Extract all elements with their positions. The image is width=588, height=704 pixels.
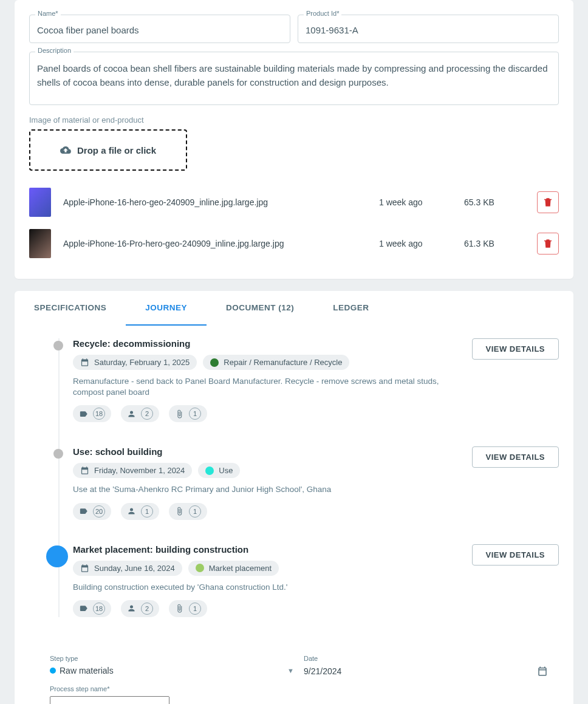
name-label: Name*	[35, 10, 61, 17]
timeline-date-chip: Saturday, February 1, 2025	[73, 355, 197, 370]
calendar-icon	[537, 666, 548, 677]
journey-card: SPECIFICATIONS JOURNEY DOCUMENT (12) LED…	[15, 291, 573, 704]
file-size: 65.3 KB	[464, 197, 525, 207]
view-details-button[interactable]: VIEW DETAILS	[472, 338, 559, 360]
date-label: Date	[304, 655, 548, 662]
people-count-chip: 1	[121, 503, 159, 520]
timeline-description: Remanufacture - send back to Panel Board…	[73, 376, 465, 398]
timeline-item: Use: school buildingFriday, November 1, …	[73, 446, 559, 519]
timeline-title: Use: school building	[73, 446, 465, 457]
date-value: 9/21/2024	[304, 666, 341, 676]
tags-count-chip: 18	[73, 600, 111, 617]
delete-file-button[interactable]	[537, 191, 559, 213]
productid-label: Product Id*	[304, 10, 341, 17]
people-count-chip: 2	[121, 405, 159, 422]
attachment-count-chip: 1	[169, 503, 207, 520]
image-section-label: Image of material or end-product	[29, 115, 559, 125]
chevron-down-icon: ▼	[287, 667, 294, 674]
tab-ledger[interactable]: LEDGER	[313, 291, 388, 326]
tags-count-chip: 20	[73, 503, 111, 520]
tab-document[interactable]: DOCUMENT (12)	[207, 291, 313, 326]
new-step-panel: Step type Raw materials ▼ Date 9/21/2024…	[39, 641, 559, 704]
product-form-card: Name* Product Id* Description Image of m…	[15, 0, 573, 279]
file-size: 61.3 KB	[464, 239, 525, 248]
step-type-label: Step type	[50, 655, 294, 662]
tags-count-chip: 18	[73, 405, 111, 422]
dropzone-label: Drop a file or click	[77, 145, 156, 155]
cloud-upload-icon	[60, 145, 71, 155]
timeline-title: Recycle: decommissioning	[73, 338, 465, 349]
delete-file-button[interactable]	[537, 233, 559, 255]
view-details-button[interactable]: VIEW DETAILS	[472, 446, 559, 468]
file-row: Apple-iPhone-16-Pro-hero-geo-240909_inli…	[29, 223, 559, 264]
people-count-chip: 2	[121, 600, 159, 617]
tab-specifications[interactable]: SPECIFICATIONS	[15, 291, 126, 326]
file-uploaded-when: 1 week ago	[379, 239, 452, 248]
tab-journey[interactable]: JOURNEY	[126, 291, 207, 326]
view-details-button[interactable]: VIEW DETAILS	[472, 544, 559, 566]
timeline-dot	[53, 449, 63, 459]
attachment-count-chip: 1	[169, 600, 207, 617]
timeline-item: Market placement: building constructionS…	[73, 544, 559, 617]
name-input[interactable]	[29, 15, 290, 43]
timeline-item: Recycle: decommissioningSaturday, Februa…	[73, 338, 559, 422]
file-name: Apple-iPhone-16-hero-geo-240909_inline.j…	[63, 197, 367, 207]
timeline-dot	[53, 341, 63, 350]
description-input[interactable]	[29, 52, 559, 105]
step-type-value: Raw materials	[60, 666, 114, 675]
timeline-status-chip: Market placement	[188, 561, 279, 576]
timeline-description: Use at the 'Suma-Ahenkro RC Primary and …	[73, 484, 465, 495]
date-input[interactable]: 9/21/2024	[304, 666, 548, 677]
file-row: Apple-iPhone-16-hero-geo-240909_inline.j…	[29, 182, 559, 223]
timeline-description: Building construction executed by 'Ghana…	[73, 582, 465, 593]
file-dropzone[interactable]: Drop a file or click	[29, 129, 187, 171]
file-thumbnail	[29, 188, 51, 217]
productid-input[interactable]	[298, 15, 559, 43]
timeline-date-chip: Sunday, June 16, 2024	[73, 561, 182, 576]
timeline-dot	[46, 545, 68, 567]
timeline-status-chip: Use	[198, 463, 240, 478]
process-step-name-label: Process step name*	[50, 685, 548, 692]
timeline-status-chip: Repair / Remanufacture / Recycle	[203, 355, 349, 370]
file-name: Apple-iPhone-16-Pro-hero-geo-240909_inli…	[63, 239, 367, 248]
description-label: Description	[35, 47, 74, 54]
tabs: SPECIFICATIONS JOURNEY DOCUMENT (12) LED…	[15, 291, 573, 326]
process-step-name-input[interactable]	[50, 696, 169, 704]
file-uploaded-when: 1 week ago	[379, 197, 452, 207]
attachment-count-chip: 1	[169, 405, 207, 422]
timeline-date-chip: Friday, November 1, 2024	[73, 463, 192, 478]
file-thumbnail	[29, 229, 51, 258]
step-type-select[interactable]: Raw materials ▼	[50, 666, 294, 675]
timeline-title: Market placement: building construction	[73, 544, 465, 555]
